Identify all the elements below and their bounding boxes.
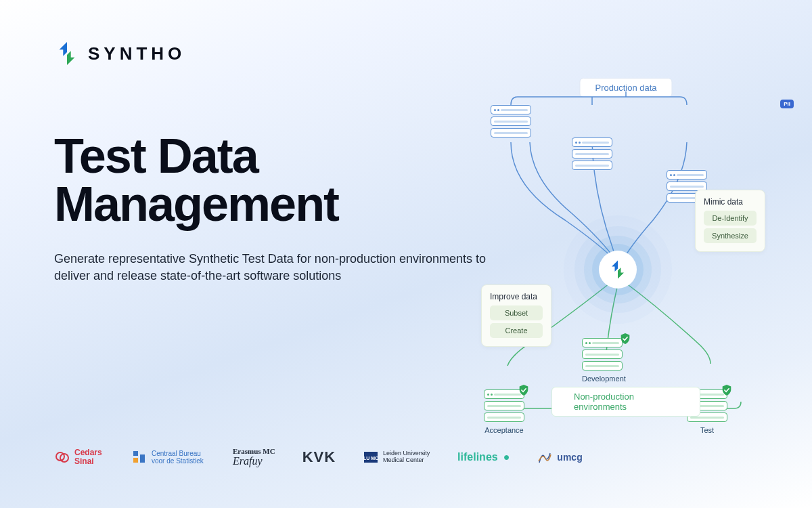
umcg-icon [537, 449, 553, 465]
page-subtitle: Generate representative Synthetic Test D… [54, 251, 487, 284]
page-title: Test Data Management [54, 132, 487, 228]
svg-rect-3 [133, 458, 138, 463]
partner-lifelines: lifelines● [457, 451, 510, 463]
improve-card-title: Improve data [490, 292, 543, 301]
partner-cedars-sinai: Cedars Sinai [54, 448, 104, 466]
shield-icon [518, 384, 530, 396]
partner-logos-row: Cedars Sinai Centraal Bureau voor de Sta… [54, 447, 583, 467]
lumc-icon: LU MC [363, 449, 379, 465]
env-acceptance: Acceptance [484, 389, 524, 434]
nonprod-label: Non-production environments [551, 387, 700, 417]
syntho-engine-node [599, 251, 637, 289]
db-source-2 [572, 137, 812, 170]
svg-rect-2 [133, 451, 138, 456]
production-db-group: PII PII [477, 105, 775, 203]
cedars-sinai-icon [54, 449, 70, 465]
partner-umcg: umcg [537, 449, 582, 465]
partner-cbs: Centraal Bureau voor de Statistiek [131, 449, 206, 465]
improve-data-card: Improve data Subset Create [481, 284, 551, 347]
mimic-item-synthesize: Synthesize [704, 228, 757, 243]
env-label: Development [582, 375, 626, 383]
svg-text:LU MC: LU MC [363, 456, 378, 461]
architecture-diagram: Production data PII [477, 78, 775, 417]
mimic-item-deidentify: De-Identify [704, 211, 757, 226]
improve-item-subset: Subset [490, 305, 543, 320]
cbs-icon [131, 449, 148, 465]
syntho-logo-icon [608, 259, 628, 280]
mimic-card-title: Mimic data [704, 197, 757, 207]
partner-erasmus-mc: Erasmus MCErafuy [233, 447, 275, 467]
shield-icon [721, 384, 733, 396]
brand-name: SYNTHO [88, 43, 185, 64]
production-data-label: Production data [579, 78, 672, 98]
env-development: Development [582, 338, 626, 383]
partner-kvk: KVK [302, 448, 336, 466]
partner-lumc: LU MC Leiden University Medical Center [363, 449, 430, 465]
env-label: Test [687, 426, 727, 434]
pii-badge: PII [780, 100, 794, 108]
shield-icon [619, 333, 631, 345]
improve-item-create: Create [490, 323, 543, 338]
syntho-logo-icon [54, 41, 80, 66]
env-label: Acceptance [484, 426, 524, 434]
mimic-data-card: Mimic data De-Identify Synthesize [695, 190, 765, 252]
svg-rect-4 [140, 454, 145, 463]
brand-logo: SYNTHO [54, 41, 185, 66]
db-source-1: PII [491, 105, 788, 137]
